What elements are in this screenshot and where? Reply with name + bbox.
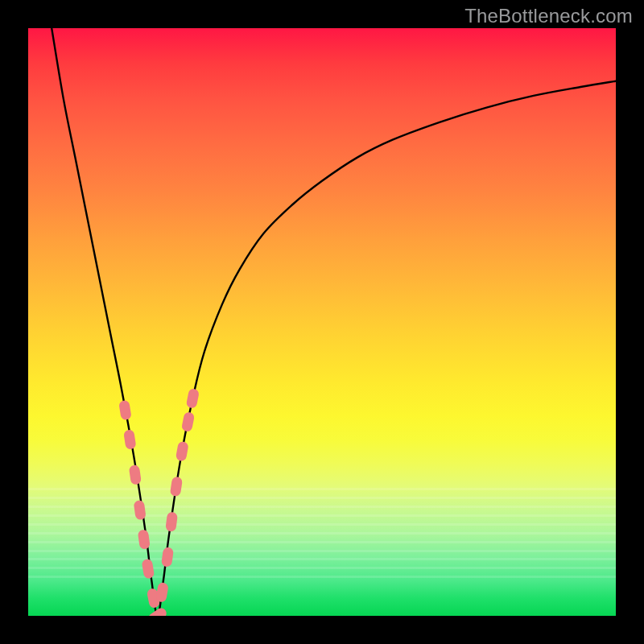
- curve-marker: [123, 429, 137, 450]
- curve-marker: [175, 441, 189, 462]
- chart-frame: TheBottleneck.com: [0, 0, 644, 644]
- curve-marker: [155, 582, 169, 603]
- curve-marker: [134, 500, 147, 521]
- curve-marker: [161, 547, 174, 568]
- curve-svg: [28, 28, 616, 616]
- curve-marker: [147, 606, 168, 616]
- curve-marker: [170, 477, 183, 497]
- marker-group: [118, 388, 200, 616]
- plot-area: [28, 28, 616, 616]
- curve-marker: [186, 388, 200, 409]
- curve-marker: [118, 400, 132, 421]
- bottleneck-curve: [52, 28, 616, 616]
- curve-marker: [138, 529, 151, 550]
- curve-marker: [181, 411, 195, 432]
- curve-marker: [165, 511, 178, 531]
- watermark-text: TheBottleneck.com: [464, 5, 633, 27]
- curve-marker: [142, 559, 155, 580]
- curve-marker: [129, 464, 142, 485]
